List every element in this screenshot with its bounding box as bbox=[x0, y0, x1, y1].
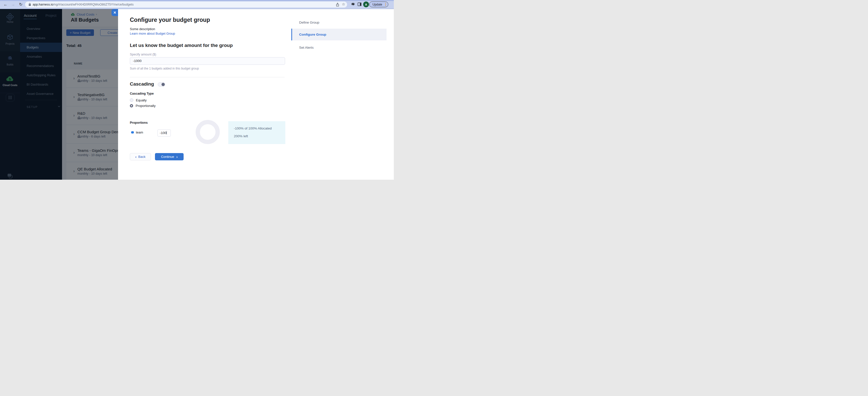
modal-description: Some description bbox=[130, 27, 155, 31]
app-body: Home Projects Builds $ Cloud Costs bbox=[0, 9, 394, 180]
share-icon[interactable] bbox=[336, 3, 339, 6]
back-button[interactable]: ‹ Back bbox=[130, 153, 151, 160]
amount-field-label: Specify amount ($) bbox=[130, 53, 156, 56]
browser-forward-icon[interactable]: → bbox=[11, 2, 15, 7]
bookmark-star-icon[interactable]: ☆ bbox=[342, 2, 345, 6]
browser-back-icon[interactable]: ← bbox=[3, 2, 7, 7]
budget-color-dot-icon bbox=[131, 131, 134, 133]
allocation-donut-chart bbox=[196, 120, 220, 144]
amount-section-heading: Let us know the budget amount for the gr… bbox=[130, 43, 233, 48]
update-button[interactable]: Update bbox=[369, 1, 388, 7]
screen: ← → ↻ app.harness.io/ng/#/account/wFHXHD… bbox=[0, 0, 394, 180]
extensions-puzzle-icon[interactable] bbox=[351, 2, 355, 6]
proportions-heading: Proportions bbox=[130, 121, 148, 125]
radio-icon bbox=[130, 98, 133, 102]
radio-selected-icon bbox=[130, 104, 133, 107]
amount-helper-text: Sum of all the 1 budgets added in this b… bbox=[130, 67, 199, 70]
left-text: 200% left bbox=[234, 134, 248, 138]
avatar[interactable]: A bbox=[363, 1, 369, 7]
close-button[interactable]: ✕ bbox=[112, 9, 118, 16]
browser-reload-icon[interactable]: ↻ bbox=[19, 2, 22, 7]
amount-input[interactable]: -1000 bbox=[130, 57, 285, 65]
close-icon: ✕ bbox=[113, 10, 116, 14]
radio-proportionally[interactable]: Proportionally bbox=[130, 104, 156, 108]
radio-equally[interactable]: Equally bbox=[130, 98, 147, 102]
modal-title: Configure your budget group bbox=[130, 16, 210, 23]
text-cursor bbox=[166, 131, 167, 134]
allocation-info-box: -100% of 100% Allocated 200% left bbox=[228, 121, 285, 144]
browser-menu-icon[interactable] bbox=[385, 3, 386, 6]
learn-more-link[interactable]: Learn more about Budget Group bbox=[130, 32, 175, 35]
section-divider bbox=[130, 77, 285, 77]
lock-icon bbox=[28, 3, 31, 6]
step-set-alerts[interactable]: Set Alerts bbox=[299, 46, 314, 50]
url-text: app.harness.io/ng/#/account/wFHXHD0RRQWo… bbox=[33, 3, 134, 6]
configure-budget-group-modal: ✕ Configure your budget group Some descr… bbox=[118, 9, 394, 180]
step-define-group[interactable]: Define Group bbox=[299, 21, 319, 24]
step-configure-group[interactable]: Configure Group bbox=[291, 29, 386, 40]
side-panel-icon[interactable] bbox=[358, 2, 362, 6]
browser-toolbar: ← → ↻ app.harness.io/ng/#/account/wFHXHD… bbox=[0, 0, 394, 9]
chevron-left-icon: ‹ bbox=[135, 155, 136, 159]
proportion-input[interactable]: -100 bbox=[157, 130, 171, 136]
allocated-text: -100% of 100% Allocated bbox=[234, 127, 272, 130]
toggle-knob bbox=[161, 83, 165, 86]
url-bar[interactable]: app.harness.io/ng/#/account/wFHXHD0RRQWo… bbox=[25, 1, 347, 7]
cascading-heading: Cascading bbox=[130, 81, 154, 87]
chevron-right-icon: › bbox=[176, 155, 178, 159]
proportion-item-label: team bbox=[136, 131, 143, 134]
continue-button[interactable]: Continue › bbox=[155, 153, 184, 160]
cascading-type-label: Cascading Type bbox=[130, 92, 154, 95]
cascading-toggle[interactable] bbox=[158, 82, 165, 87]
